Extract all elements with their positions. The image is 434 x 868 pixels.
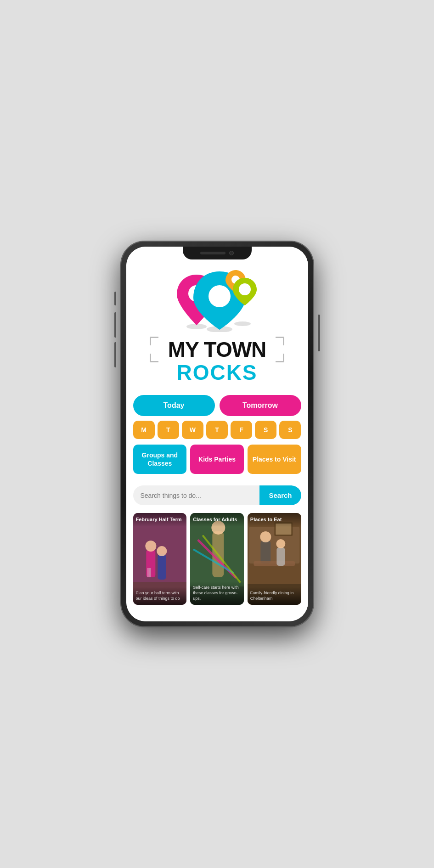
kids-parties-button[interactable]: Kids Parties bbox=[190, 445, 244, 474]
title-row: MY TOWN bbox=[150, 337, 285, 362]
card-1-desc: Plan your half term with our ideas of th… bbox=[136, 591, 184, 601]
svg-rect-11 bbox=[158, 554, 166, 580]
svg-point-26 bbox=[260, 531, 271, 542]
logo-section: MY TOWN ROCKS bbox=[126, 263, 308, 389]
search-section: Search bbox=[126, 482, 308, 511]
card-1-overlay: Plan your half term with our ideas of th… bbox=[133, 587, 187, 605]
card-3-desc: Family-friendly dining in Cheltenham bbox=[250, 591, 299, 601]
saturday-button[interactable]: S bbox=[255, 421, 276, 439]
right-bracket bbox=[275, 337, 284, 362]
groups-classes-button[interactable]: Groups and Classes bbox=[133, 445, 187, 474]
svg-point-2 bbox=[234, 321, 251, 326]
card-1-top-overlay: February Half Term bbox=[133, 513, 187, 526]
card-2-desc: Self-care starts here with these classes… bbox=[193, 585, 241, 601]
screen-content: MY TOWN ROCKS Today Tomorrow M T W bbox=[126, 247, 308, 621]
svg-rect-14 bbox=[149, 568, 151, 577]
sunday-button[interactable]: S bbox=[279, 421, 301, 439]
rocks-text: ROCKS bbox=[150, 360, 285, 385]
svg-point-5 bbox=[209, 285, 231, 307]
pins-graphic bbox=[167, 268, 268, 332]
app-title: MY TOWN ROCKS bbox=[141, 334, 294, 387]
notch bbox=[183, 247, 252, 259]
friday-button[interactable]: F bbox=[231, 421, 252, 439]
card-3-title: Places to Eat bbox=[250, 517, 299, 523]
search-bar: Search bbox=[133, 485, 301, 505]
wednesday-button[interactable]: W bbox=[182, 421, 203, 439]
svg-point-10 bbox=[145, 541, 156, 552]
card-classes[interactable]: Classes for Adults Self-care starts here… bbox=[190, 513, 244, 605]
card-2-top-overlay: Classes for Adults bbox=[190, 513, 244, 526]
phone-screen: MY TOWN ROCKS Today Tomorrow M T W bbox=[126, 247, 308, 621]
card-2-overlay: Self-care starts here with these classes… bbox=[190, 581, 244, 605]
volume-down-button bbox=[114, 342, 116, 367]
card-2-title: Classes for Adults bbox=[193, 517, 241, 523]
search-button[interactable]: Search bbox=[259, 485, 301, 505]
my-town-text: MY TOWN bbox=[163, 337, 271, 362]
days-row: M T W T F S S bbox=[133, 421, 301, 439]
search-input[interactable] bbox=[133, 486, 260, 505]
categories-row: Groups and Classes Kids Parties Places t… bbox=[133, 445, 301, 474]
pins-svg bbox=[167, 268, 268, 332]
phone-frame: MY TOWN ROCKS Today Tomorrow M T W bbox=[121, 241, 314, 627]
card-places-eat[interactable]: Places to Eat Family-friendly dining in … bbox=[248, 513, 301, 605]
card-3-top-overlay: Places to Eat bbox=[248, 513, 301, 526]
power-button bbox=[318, 315, 320, 351]
svg-rect-27 bbox=[254, 561, 295, 566]
card-3-overlay: Family-friendly dining in Cheltenham bbox=[248, 587, 301, 605]
left-bracket bbox=[150, 337, 159, 362]
action-section: Today Tomorrow M T W T F S S Groups and … bbox=[126, 389, 308, 482]
thursday-button[interactable]: T bbox=[206, 421, 228, 439]
speaker bbox=[200, 252, 225, 254]
today-button[interactable]: Today bbox=[133, 395, 215, 416]
cards-section: February Half Term Plan your half term w… bbox=[126, 511, 308, 619]
svg-rect-28 bbox=[276, 547, 285, 566]
svg-point-7 bbox=[239, 283, 251, 295]
tomorrow-button[interactable]: Tomorrow bbox=[220, 395, 301, 416]
svg-point-12 bbox=[157, 546, 167, 556]
svg-point-29 bbox=[276, 539, 285, 548]
front-camera bbox=[229, 251, 234, 255]
places-visit-button[interactable]: Places to Visit bbox=[248, 445, 301, 474]
svg-rect-25 bbox=[260, 541, 271, 564]
card-1-title: February Half Term bbox=[136, 517, 184, 523]
monday-button[interactable]: M bbox=[133, 421, 155, 439]
mute-button bbox=[114, 292, 116, 305]
tuesday-button[interactable]: T bbox=[158, 421, 179, 439]
volume-up-button bbox=[114, 312, 116, 338]
card-half-term[interactable]: February Half Term Plan your half term w… bbox=[133, 513, 187, 605]
today-tomorrow-row: Today Tomorrow bbox=[133, 395, 301, 416]
